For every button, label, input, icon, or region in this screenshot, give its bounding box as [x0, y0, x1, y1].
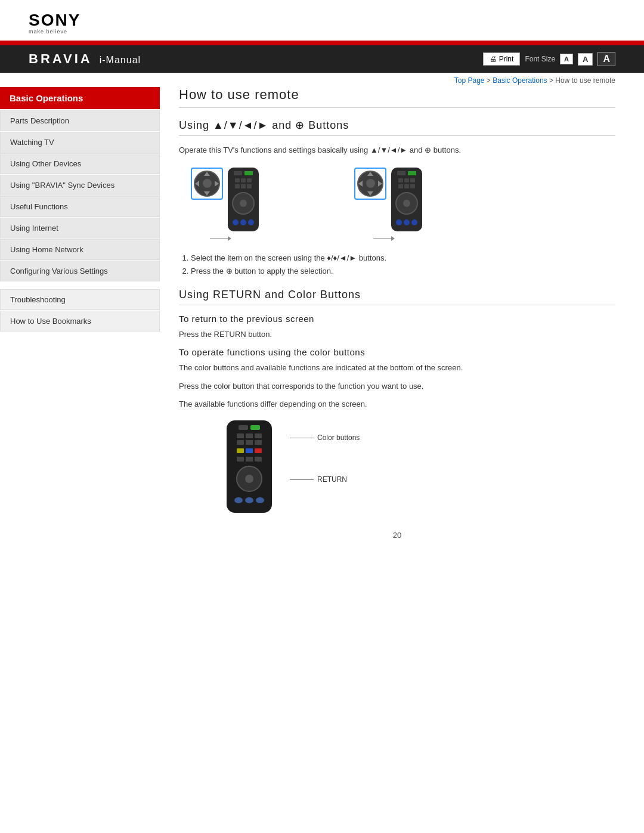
remote1-bottom-btns: [233, 219, 254, 225]
cr-dpad-center: [245, 475, 253, 483]
cr-color-row: [237, 448, 262, 453]
top-bar: SONY make.believe: [0, 0, 644, 41]
sony-logo: SONY make.believe: [29, 11, 615, 35]
remote2-callout-arrow: [391, 236, 395, 241]
remote2-small-btn5: [404, 184, 409, 188]
sidebar-item-parts-description[interactable]: Parts Description: [0, 110, 160, 131]
remote2-center-btn: [403, 200, 410, 207]
color-btn-line: [290, 438, 314, 438]
subsection2-body1: The color buttons and available function…: [179, 362, 615, 374]
remote2-btn-row2: [398, 178, 415, 182]
header-tools: 🖨 Print Font Size A A A: [483, 52, 615, 66]
remote1-small-btn1: [235, 178, 240, 182]
remote2-small-btn2: [404, 178, 409, 182]
remote2-btn2-green: [408, 171, 416, 175]
remotes-row: [191, 168, 615, 241]
remote1-bottom-btn3: [248, 219, 254, 225]
cr-red-btn: [255, 448, 262, 453]
breadcrumb: Top Page > Basic Operations > How to use…: [0, 73, 644, 87]
sidebar-item-using-bravia-sync[interactable]: Using "BRAVIA" Sync Devices: [0, 175, 160, 196]
cr-r3b2: [246, 457, 253, 462]
remote2-body: [391, 168, 422, 231]
sidebar-item-bookmarks[interactable]: How to Use Bookmarks: [0, 311, 160, 332]
remote1-body: [228, 168, 259, 231]
sidebar-item-useful-functions[interactable]: Useful Functions: [0, 196, 160, 217]
remote2-small-btn6: [410, 184, 415, 188]
remote1-small-btn5: [241, 184, 246, 188]
sidebar-item-using-home-network[interactable]: Using Home Network: [0, 239, 160, 260]
subsection2-body3: The available functions differ depending…: [179, 398, 615, 411]
remote2-top-row: [397, 171, 416, 175]
color-remote-body: [227, 420, 272, 513]
remote2-small-btn1: [398, 178, 403, 182]
page-title: How to use remote: [179, 87, 615, 108]
font-size-small-button[interactable]: A: [560, 54, 573, 64]
cr-r2b1: [237, 440, 244, 445]
remote1-dpad-down: [204, 191, 210, 196]
sidebar-divider: [0, 282, 160, 289]
remote1-callout-arrow: [228, 236, 231, 241]
remote1-btn-row2: [235, 178, 252, 182]
sidebar-item-using-internet[interactable]: Using Internet: [0, 218, 160, 239]
color-buttons-label: Color buttons: [317, 433, 360, 442]
sidebar-item-watching-tv[interactable]: Watching TV: [0, 132, 160, 153]
breadcrumb-separator2: >: [549, 76, 555, 85]
cr-arc-btn1: [234, 497, 243, 503]
breadcrumb-top-page[interactable]: Top Page: [454, 76, 485, 85]
remote1-small-btn3: [247, 178, 252, 182]
return-label-row: RETURN: [290, 475, 360, 484]
sidebar-item-basic-operations-active[interactable]: Basic Operations: [0, 87, 160, 109]
cr-btn-green: [250, 425, 260, 430]
print-button[interactable]: 🖨 Print: [483, 52, 521, 66]
page-number: 20: [179, 531, 615, 552]
remote2-bottom-btn3: [411, 219, 417, 225]
remote1-small-btn4: [235, 184, 240, 188]
remote2-dpad-area: [395, 192, 418, 215]
section2-title: Using RETURN and Color Buttons: [179, 289, 615, 305]
main-layout: Basic Operations Parts Description Watch…: [0, 87, 644, 575]
instruction-item-2: Press the ⊕ button to apply the selectio…: [191, 265, 615, 278]
remote2-highlight: [354, 168, 386, 200]
remote1-btn-row3: [235, 184, 252, 188]
remote1-dpad-area: [232, 192, 255, 215]
remote2-wrapper: [354, 168, 422, 241]
cr-btn-dark1: [239, 425, 248, 430]
cr-blue-btn: [246, 448, 253, 453]
print-label: Print: [499, 55, 514, 63]
remote2-dpad-circle: [395, 192, 418, 215]
remote2-btn1: [397, 171, 405, 175]
remote1-bottom-btn2: [240, 219, 246, 225]
remote2-bottom-btns: [396, 219, 417, 225]
breadcrumb-separator1: >: [487, 76, 493, 85]
remote1-dpad: [194, 171, 220, 197]
remote1-wrapper: [191, 168, 259, 241]
subsection2-title: To operate functions using the color but…: [179, 347, 615, 357]
print-icon: 🖨: [490, 55, 497, 63]
remote2-small-btn4: [398, 184, 403, 188]
subsection1-body: Press the RETURN button.: [179, 329, 615, 341]
sidebar-item-troubleshooting[interactable]: Troubleshooting: [0, 289, 160, 310]
remote1-center-btn: [240, 200, 247, 207]
return-label: RETURN: [317, 475, 347, 484]
sidebar-item-using-other-devices[interactable]: Using Other Devices: [0, 153, 160, 174]
cr-dpad: [236, 466, 262, 492]
remote2-callout: [373, 236, 422, 241]
header: BRAVIA i-Manual 🖨 Print Font Size A A A: [0, 45, 644, 73]
remote2-callout-line: [373, 238, 391, 239]
cr-r1b2: [246, 433, 253, 438]
remote1-dpad-inner: [203, 179, 212, 188]
remote2-dpad-down: [367, 191, 373, 196]
remote1-bottom-btn1: [233, 219, 239, 225]
cr-r1b1: [237, 433, 244, 438]
breadcrumb-basic-ops[interactable]: Basic Operations: [493, 76, 547, 85]
content-area: How to use remote Using ▲/▼/◄/► and ⊕ Bu…: [160, 87, 644, 552]
font-size-medium-button[interactable]: A: [578, 53, 593, 66]
remote2-small-btn3: [410, 178, 415, 182]
remote1-dpad-up: [204, 172, 210, 176]
remote1-body-area: [228, 168, 259, 241]
breadcrumb-current: How to use remote: [555, 76, 615, 85]
remote1-dpad-right: [215, 181, 219, 187]
font-size-large-button[interactable]: A: [597, 52, 615, 66]
sidebar-item-configuring-settings[interactable]: Configuring Various Settings: [0, 261, 160, 281]
remote1-callout-line: [210, 238, 228, 239]
